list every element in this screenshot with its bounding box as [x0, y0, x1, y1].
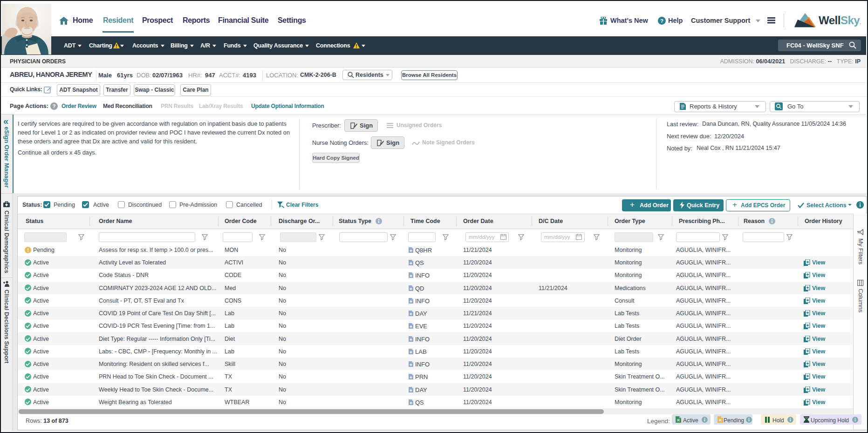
svg-text:R: R [719, 418, 722, 422]
svg-text:?: ? [53, 103, 56, 109]
svg-text:?: ? [660, 18, 663, 24]
svg-text:R: R [677, 418, 680, 422]
